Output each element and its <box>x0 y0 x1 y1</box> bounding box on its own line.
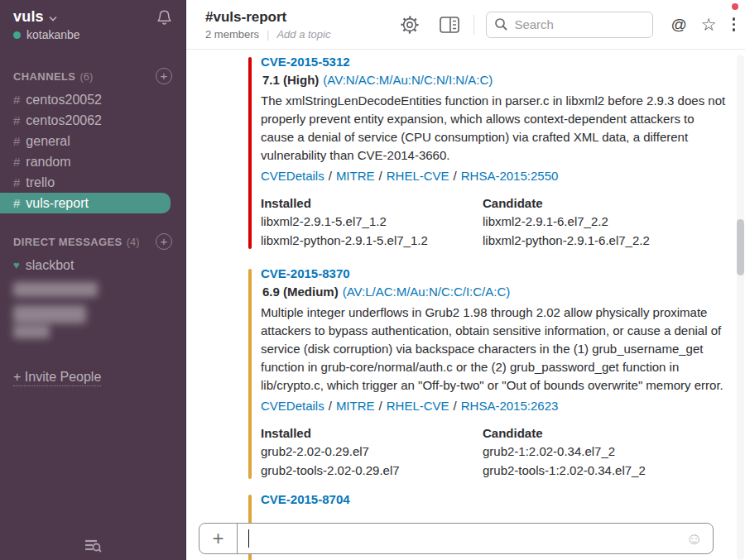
dm-items-redacted[interactable] <box>0 275 185 342</box>
link-separator: / <box>454 169 457 183</box>
ref-link-rhel-cve[interactable]: RHEL-CVE <box>387 399 449 413</box>
dm-item-slackbot[interactable]: ♥ slackbot <box>0 255 185 275</box>
details-panel-icon[interactable] <box>439 16 460 34</box>
hash-icon: # <box>13 175 20 189</box>
field-title-candidate: Candidate <box>483 424 704 442</box>
link-separator: / <box>329 169 332 183</box>
candidate-package: libxml2-2.9.1-6.el7_2.2 <box>483 212 704 231</box>
hash-icon: # <box>13 155 20 169</box>
search-box[interactable] <box>486 12 653 38</box>
add-channel-icon[interactable]: + <box>156 68 172 84</box>
message-attachment-cve-2015-5312: CVE-2015-5312 7.1 (High)(AV:N/AC:M/Au:N/… <box>248 55 733 250</box>
sidebar-item-trello[interactable]: # trello <box>0 172 185 193</box>
starred-items-icon[interactable]: ☆ <box>701 17 717 33</box>
channel-label: trello <box>26 175 55 190</box>
cve-title-link[interactable]: CVE-2015-8370 <box>261 266 350 280</box>
search-input[interactable] <box>514 17 638 31</box>
workspace-menu[interactable]: vuls <box>13 8 44 26</box>
cve-title-link[interactable]: CVE-2015-8704 <box>261 492 350 506</box>
ref-link-rhsa[interactable]: RHSA-2015:2623 <box>461 399 559 413</box>
more-options-kebab-icon[interactable] <box>733 17 736 33</box>
channel-label: vuls-report <box>26 196 89 211</box>
message-list: CVE-2015-5312 7.1 (High)(AV:N/AC:M/Au:N/… <box>186 50 735 560</box>
ref-link-cvedetails[interactable]: CVEDetails <box>261 169 324 183</box>
dm-item-redacted[interactable] <box>13 325 50 338</box>
cve-description: Multiple integer underflows in Grub2 1.9… <box>261 304 728 395</box>
candidate-package: libxml2-python-2.9.1-6.el7_2.2 <box>483 231 704 250</box>
severity-color-bar <box>248 57 252 249</box>
hash-icon: # <box>13 113 20 127</box>
text-cursor <box>248 529 249 548</box>
channel-header: #vuls-report 2 members | Add a topic <box>186 0 745 50</box>
sidebar-item-vuls-report[interactable]: # vuls-report <box>0 193 171 213</box>
chevron-down-icon <box>49 16 57 22</box>
sidebar-item-centos20062[interactable]: # centos20062 <box>0 110 185 131</box>
notifications-bell-icon[interactable] <box>156 9 172 26</box>
add-topic-link[interactable]: Add a topic <box>276 28 330 41</box>
mentions-icon[interactable]: @ <box>670 16 686 34</box>
current-user-name[interactable]: kotakanbe <box>26 28 80 41</box>
installed-package: libxml2-2.9.1-5.el7_1.2 <box>261 212 483 231</box>
severity-color-bar <box>248 269 252 479</box>
ref-link-cvedetails[interactable]: CVEDetails <box>261 399 324 413</box>
hash-icon: # <box>13 93 20 107</box>
sidebar-item-random[interactable]: # random <box>0 151 185 172</box>
installed-package: grub2-2.02-0.29.el7 <box>261 442 483 461</box>
hash-icon: # <box>13 196 20 210</box>
ref-link-mitre[interactable]: MITRE <box>336 399 375 413</box>
sidebar-item-centos20052[interactable]: # centos20052 <box>0 89 185 110</box>
channel-pane: #vuls-report 2 members | Add a topic <box>186 0 745 560</box>
ref-link-mitre[interactable]: MITRE <box>336 169 375 183</box>
invite-people-link[interactable]: + Invite People <box>13 370 101 385</box>
reference-links: CVEDetails/MITRE/RHEL-CVE/RHSA-2015:2550 <box>261 169 733 183</box>
slack-app: vuls kotakanbe CHANNELS (6) + <box>0 0 745 560</box>
reference-links: CVEDetails/MITRE/RHEL-CVE/RHSA-2015:2623 <box>261 399 733 413</box>
severity-score: 6.9 (Medium) <box>262 285 339 299</box>
message-input[interactable] <box>238 524 686 553</box>
link-separator: / <box>454 399 457 413</box>
search-icon <box>494 17 508 31</box>
dm-item-redacted[interactable] <box>13 282 98 297</box>
link-separator: / <box>329 399 332 413</box>
notification-badge-dot <box>732 3 738 10</box>
gear-icon[interactable] <box>400 15 420 35</box>
ref-link-rhel-cve[interactable]: RHEL-CVE <box>387 169 449 183</box>
member-count[interactable]: 2 members <box>205 28 259 41</box>
channel-label: general <box>26 134 70 149</box>
attach-file-button[interactable]: + <box>199 524 238 553</box>
team-header: vuls kotakanbe <box>0 0 185 48</box>
dm-count: (4) <box>127 236 140 248</box>
installed-package: libxml2-python-2.9.1-5.el7_1.2 <box>261 231 483 250</box>
scrollbar-thumb[interactable] <box>737 219 744 275</box>
sidebar: vuls kotakanbe CHANNELS (6) + <box>0 0 186 560</box>
candidate-package: grub2-1:2.02-0.34.el7_2 <box>483 442 704 461</box>
cve-title-link[interactable]: CVE-2015-5312 <box>261 55 350 69</box>
header-divider <box>473 15 474 35</box>
cvss-vector-link[interactable]: (AV:L/AC:M/Au:N/C:C/I:C/A:C) <box>343 285 511 299</box>
dm-label[interactable]: DIRECT MESSAGES <box>13 236 123 248</box>
page-title[interactable]: #vuls-report <box>205 8 330 26</box>
sidebar-item-general[interactable]: # general <box>0 131 185 151</box>
channels-label[interactable]: CHANNELS <box>13 70 75 83</box>
scrollbar[interactable] <box>737 55 744 560</box>
channel-label: centos20052 <box>26 93 102 108</box>
dm-item-redacted[interactable] <box>13 305 86 323</box>
message-composer: + ☺ <box>199 523 714 554</box>
message-attachment-cve-2015-8370: CVE-2015-8370 6.9 (Medium)(AV:L/AC:M/Au:… <box>248 266 733 480</box>
dm-section-header: DIRECT MESSAGES (4) + <box>0 233 185 250</box>
hash-icon: # <box>13 134 20 148</box>
field-title-candidate: Candidate <box>483 194 704 212</box>
cve-description: The xmlStringLenDecodeEntities function … <box>261 92 728 165</box>
heart-icon: ♥ <box>13 259 20 271</box>
add-dm-icon[interactable]: + <box>156 233 172 250</box>
subline-divider: | <box>267 28 269 41</box>
link-separator: / <box>379 169 382 183</box>
channel-browser-search-icon[interactable] <box>0 537 185 555</box>
field-title-installed: Installed <box>261 424 483 442</box>
presence-online-dot <box>13 31 21 39</box>
ref-link-rhsa[interactable]: RHSA-2015:2550 <box>461 169 559 183</box>
emoji-picker-icon[interactable]: ☺ <box>686 524 713 553</box>
channel-label: random <box>26 155 70 170</box>
cvss-vector-link[interactable]: (AV:N/AC:M/Au:N/C:N/I:N/A:C) <box>323 73 493 87</box>
installed-package: grub2-tools-2.02-0.29.el7 <box>261 461 483 480</box>
